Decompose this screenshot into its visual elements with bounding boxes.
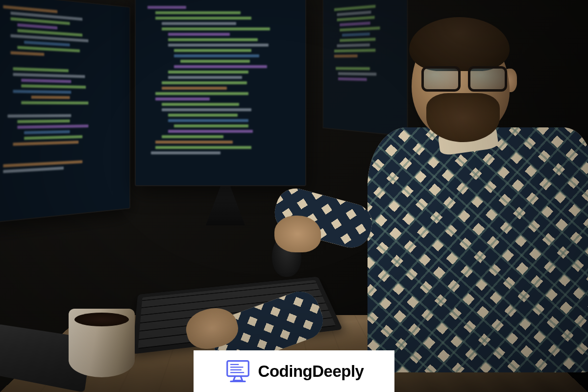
center-monitor <box>135 0 306 186</box>
logo-badge: CodingDeeply <box>194 350 394 392</box>
hand-on-mouse <box>274 216 321 252</box>
logo-text: CodingDeeply <box>258 362 364 381</box>
programmer-person <box>333 10 578 353</box>
monitor-stand <box>201 186 250 225</box>
svg-rect-0 <box>227 361 248 376</box>
beard <box>426 93 500 142</box>
plaid-shirt-torso <box>368 127 588 372</box>
photo-scene: CodingDeeply <box>0 0 588 392</box>
computer-icon <box>224 359 251 384</box>
coffee-cup <box>69 309 135 377</box>
eyeglasses <box>421 66 507 91</box>
hair <box>409 17 510 71</box>
left-monitor <box>0 0 130 223</box>
